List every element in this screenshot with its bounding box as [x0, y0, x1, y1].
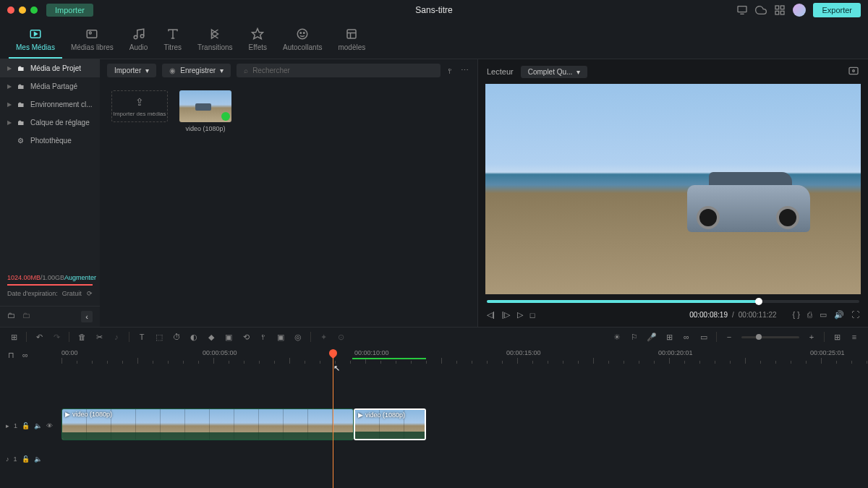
- audio-track[interactable]: [61, 449, 868, 469]
- display-icon[interactable]: [736, 4, 748, 16]
- collapse-icon[interactable]: ‹: [81, 311, 93, 322]
- mic-icon[interactable]: 🎤: [647, 332, 657, 342]
- fullscreen-icon[interactable]: ⛶: [851, 310, 859, 320]
- list-icon[interactable]: ≡: [849, 332, 859, 342]
- grid-icon[interactable]: [774, 4, 786, 16]
- text-icon[interactable]: T: [137, 332, 147, 342]
- stop-button[interactable]: □: [530, 311, 535, 320]
- export-button[interactable]: Exporter: [813, 3, 861, 17]
- minimize-icon[interactable]: [19, 7, 26, 14]
- playhead[interactable]: ↖ ✂: [333, 349, 333, 488]
- speed-icon[interactable]: ⏱: [171, 332, 182, 342]
- import-media-cell[interactable]: ⇪ Importer des médias: [111, 90, 168, 122]
- zoom-out-icon[interactable]: −: [724, 332, 734, 342]
- lock-icon[interactable]: 🔓: [22, 422, 30, 429]
- keyframe-icon[interactable]: ◆: [206, 332, 216, 342]
- chevron-right-icon: ▶: [7, 83, 12, 90]
- folder-icon[interactable]: 🗀: [22, 311, 30, 322]
- sidebar-item-shared-media[interactable]: ▶ 🖿 Média Partagé: [0, 77, 100, 95]
- settings-icon[interactable]: [848, 65, 859, 78]
- tab-effects[interactable]: Effets: [242, 25, 274, 59]
- stock-icon: [85, 27, 98, 40]
- magnet-icon[interactable]: ⊓: [6, 350, 16, 360]
- tab-stock-media[interactable]: Médias libres: [64, 25, 121, 59]
- sparkle-icon[interactable]: ✦: [318, 332, 328, 342]
- redo-icon[interactable]: ↷: [51, 332, 61, 342]
- next-frame-button[interactable]: |▷: [502, 310, 510, 320]
- media-item[interactable]: video (1080p): [179, 90, 231, 132]
- chevron-down-icon: ▾: [220, 67, 224, 74]
- zoom-in-icon[interactable]: +: [807, 332, 817, 342]
- import-button[interactable]: Importer: [46, 4, 93, 17]
- cloud-icon[interactable]: [755, 4, 767, 16]
- marker-icon[interactable]: ⚐: [629, 332, 639, 342]
- lock-icon[interactable]: 🔓: [22, 455, 30, 463]
- color-icon[interactable]: ◐: [189, 332, 199, 342]
- rotate-icon[interactable]: ⟲: [241, 332, 251, 342]
- new-folder-icon[interactable]: 🗀: [7, 311, 15, 322]
- adjust-icon[interactable]: ⫯: [258, 332, 268, 342]
- visibility-icon[interactable]: 👁: [46, 422, 53, 429]
- prev-frame-button[interactable]: ◁|: [487, 310, 495, 320]
- render-icon[interactable]: ▭: [699, 332, 709, 342]
- snapshot-icon[interactable]: ⎙: [807, 310, 812, 320]
- sidebar-item-environment[interactable]: ▶ 🖿 Environnement cl...: [0, 95, 100, 114]
- track-number: 1: [14, 455, 17, 463]
- quality-dropdown[interactable]: Complet Qu... ▾: [521, 66, 588, 78]
- timeline-ruler[interactable]: 00:00 00:00:05:00 00:00:10:00 00:00:15:0…: [61, 346, 868, 364]
- link-track-icon[interactable]: ∞: [20, 350, 30, 360]
- player-scrubber[interactable]: [487, 300, 859, 303]
- brightness-icon[interactable]: ☀: [612, 332, 622, 342]
- delete-icon[interactable]: 🗑: [77, 332, 87, 342]
- music-icon[interactable]: ♪: [111, 332, 122, 342]
- clip-main[interactable]: ▶video (1080p): [61, 408, 354, 440]
- close-icon[interactable]: [7, 7, 14, 14]
- mask-icon[interactable]: ▣: [224, 332, 234, 342]
- video-track-header: ▸ 1 🔓 🔈 👁: [0, 408, 61, 443]
- preview-viewport[interactable]: [485, 84, 861, 294]
- tab-titles[interactable]: Titres: [156, 25, 189, 59]
- tab-stickers[interactable]: Autocollants: [276, 25, 329, 59]
- clip-speed[interactable]: <<4.00 x ▾ ▶video (1080p): [354, 408, 426, 440]
- track-edit-icon[interactable]: ⊞: [9, 332, 19, 342]
- fit-icon[interactable]: ⊞: [832, 332, 842, 342]
- more-icon[interactable]: ⋯: [459, 64, 470, 77]
- zoom-slider[interactable]: [741, 336, 799, 338]
- crop-icon[interactable]: ⬚: [154, 332, 164, 342]
- voice-icon[interactable]: ⊙: [336, 332, 346, 342]
- import-dropdown[interactable]: Importer ▾: [107, 64, 156, 77]
- avatar[interactable]: [793, 4, 806, 17]
- search-input[interactable]: ⌕ Rechercher: [237, 64, 441, 77]
- filter-icon[interactable]: ⫯: [446, 65, 454, 77]
- sidebar-item-adjustment[interactable]: ▶ 🖿 Calque de réglage: [0, 114, 100, 132]
- tab-transitions[interactable]: Transitions: [190, 25, 240, 59]
- sidebar-item-project-media[interactable]: ▶ 🖿 Média de Projet: [0, 59, 100, 77]
- play-button[interactable]: ▷: [517, 310, 523, 320]
- maximize-icon[interactable]: [30, 7, 38, 14]
- volume-icon[interactable]: 🔊: [834, 310, 844, 320]
- undo-icon[interactable]: ↶: [34, 332, 44, 342]
- link-icon[interactable]: ∞: [681, 332, 692, 342]
- tab-audio[interactable]: Audio: [122, 25, 156, 59]
- media-label: video (1080p): [185, 125, 225, 132]
- braces-icon[interactable]: { }: [793, 310, 800, 320]
- audio-icon: [132, 27, 145, 40]
- svg-point-22: [853, 70, 855, 72]
- tracking-icon[interactable]: ◎: [293, 332, 303, 342]
- tab-my-media[interactable]: Mes Médias: [9, 25, 62, 59]
- mute-icon[interactable]: 🔈: [34, 455, 42, 463]
- refresh-icon[interactable]: ⟳: [87, 290, 93, 297]
- search-icon: ⌕: [244, 67, 248, 74]
- cut-icon[interactable]: ✂: [94, 332, 104, 342]
- camera-icon[interactable]: ▣: [276, 332, 286, 342]
- tab-templates[interactable]: modèles: [331, 25, 373, 59]
- compare-icon[interactable]: ▭: [820, 310, 827, 320]
- mute-icon[interactable]: 🔈: [34, 422, 42, 429]
- svg-rect-4: [775, 11, 779, 14]
- chevron-right-icon: ▶: [7, 101, 12, 108]
- mixer-icon[interactable]: ⊞: [664, 332, 674, 342]
- save-dropdown[interactable]: ◉ Enregistrer ▾: [162, 64, 231, 77]
- upgrade-link[interactable]: Augmenter: [64, 274, 96, 281]
- video-track[interactable]: ▶video (1080p) <<4.00 x ▾ ▶video (1080p): [61, 408, 868, 443]
- sidebar-item-phototheque[interactable]: ▶ ⚙ Photothèque: [0, 132, 100, 150]
